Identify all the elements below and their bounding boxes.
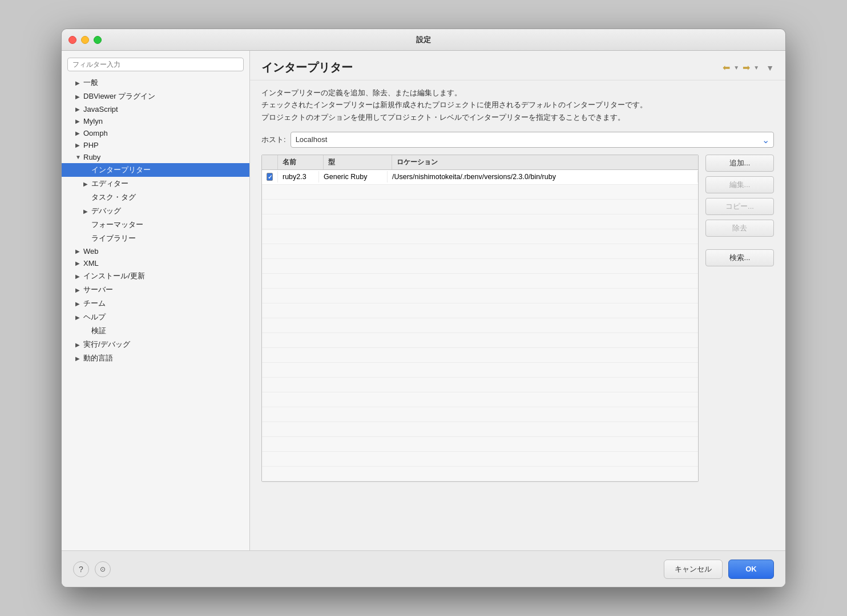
sidebar-item-team[interactable]: チーム xyxy=(62,297,249,310)
sidebar-item-general[interactable]: 一般 xyxy=(62,76,249,90)
host-select-wrapper: Localhost xyxy=(291,132,774,148)
sidebar-item-oomph[interactable]: Oomph xyxy=(62,127,249,139)
sidebar-item-library[interactable]: ライブラリー xyxy=(62,232,249,245)
arrow-icon xyxy=(75,287,83,293)
table-row-empty xyxy=(262,185,698,200)
arrow-icon xyxy=(75,154,83,160)
action-buttons: 追加... 編集... コピー... 除去 検索... xyxy=(705,155,774,482)
interpreter-table: 名前 型 ロケーション ruby2.3 Generic Ruby xyxy=(261,155,699,482)
sidebar-item-label: 一般 xyxy=(83,78,98,88)
table-row-empty xyxy=(262,452,698,467)
filter-wrapper xyxy=(62,53,249,76)
arrow-icon xyxy=(75,355,83,362)
back-dropdown-arrow[interactable]: ▼ xyxy=(733,64,739,71)
description-text: インタープリターの定義を追加、除去、または編集します。 チェックされたインタープ… xyxy=(261,87,774,124)
checked-checkbox[interactable] xyxy=(267,173,273,181)
table-row-empty xyxy=(262,348,698,363)
sidebar-item-label: タスク・タグ xyxy=(91,192,136,202)
arrow-icon xyxy=(83,194,91,201)
cancel-button[interactable]: キャンセル xyxy=(664,560,723,579)
sidebar-item-formatter[interactable]: フォーマッター xyxy=(62,218,249,232)
title-bar: 設定 xyxy=(62,29,785,51)
maximize-button[interactable] xyxy=(94,36,102,44)
search-button[interactable]: 検索... xyxy=(705,249,774,266)
host-select[interactable]: Localhost xyxy=(291,132,774,148)
info-button[interactable]: ⊙ xyxy=(95,561,111,577)
sidebar-item-javascript[interactable]: JavaScript xyxy=(62,103,249,115)
sidebar-item-label: デバッグ xyxy=(91,206,121,216)
page-title: インタープリター xyxy=(261,60,353,75)
sidebar-item-verification[interactable]: 検証 xyxy=(62,324,249,338)
table-row[interactable]: ruby2.3 Generic Ruby /Users/nishimotokei… xyxy=(262,170,698,185)
sidebar-item-debug[interactable]: デバッグ xyxy=(62,204,249,218)
table-row-empty xyxy=(262,407,698,422)
back-button[interactable]: ⬅ xyxy=(720,61,732,74)
th-name: 名前 xyxy=(278,155,324,169)
sidebar-item-web[interactable]: Web xyxy=(62,245,249,257)
forward-dropdown-arrow[interactable]: ▼ xyxy=(753,64,759,71)
table-row-empty xyxy=(262,392,698,407)
td-name: ruby2.3 xyxy=(278,171,319,183)
sidebar-item-install-update[interactable]: インストール/更新 xyxy=(62,269,249,283)
table-row-empty xyxy=(262,200,698,214)
forward-button[interactable]: ➡ xyxy=(740,61,752,74)
table-row-empty xyxy=(262,363,698,378)
arrow-icon xyxy=(75,342,83,348)
arrow-icon xyxy=(75,273,83,279)
table-row-empty xyxy=(262,437,698,452)
arrow-icon xyxy=(83,208,91,214)
table-row-empty xyxy=(262,289,698,303)
window-title: 設定 xyxy=(416,35,431,45)
table-body: ruby2.3 Generic Ruby /Users/nishimotokei… xyxy=(262,170,698,481)
main-panel: インタープリター ⬅ ▼ ➡ ▼ ▼ インタープリターの定義を追加、除去、または… xyxy=(250,51,785,550)
sidebar-item-run-debug[interactable]: 実行/デバッグ xyxy=(62,338,249,351)
table-row-empty xyxy=(262,303,698,318)
ok-button[interactable]: OK xyxy=(728,560,774,579)
sidebar-item-task-tag[interactable]: タスク・タグ xyxy=(62,191,249,204)
sidebar-item-interpreter[interactable]: インタープリター xyxy=(62,163,249,177)
sidebar-item-label: エディター xyxy=(91,179,128,189)
sidebar-item-label: インタープリター xyxy=(91,165,151,175)
arrow-icon xyxy=(75,248,83,254)
arrow-icon xyxy=(83,181,91,187)
remove-button[interactable]: 除去 xyxy=(705,220,774,237)
copy-button[interactable]: コピー... xyxy=(705,198,774,215)
menu-dropdown-arrow[interactable]: ▼ xyxy=(766,63,774,72)
panel-content: インタープリターの定義を追加、除去、または編集します。 チェックされたインタープ… xyxy=(250,80,785,550)
sidebar-item-server[interactable]: サーバー xyxy=(62,283,249,297)
arrow-icon xyxy=(83,222,91,228)
close-button[interactable] xyxy=(68,36,76,44)
th-type: 型 xyxy=(324,155,392,169)
sidebar-item-label: 動的言語 xyxy=(83,353,113,363)
bottom-left-buttons: ? ⊙ xyxy=(73,561,111,577)
table-row-empty xyxy=(262,422,698,437)
edit-button[interactable]: 編集... xyxy=(705,176,774,193)
sidebar-item-help[interactable]: ヘルプ xyxy=(62,310,249,324)
arrow-icon xyxy=(83,236,91,242)
filter-input[interactable] xyxy=(67,58,244,71)
table-row-empty xyxy=(262,214,698,229)
sidebar-item-xml[interactable]: XML xyxy=(62,257,249,269)
table-row-empty xyxy=(262,378,698,392)
arrow-icon xyxy=(75,118,83,124)
sidebar-item-label: JavaScript xyxy=(83,105,118,114)
sidebar-item-label: XML xyxy=(83,259,99,268)
settings-window: 設定 一般 DBViewer プラグイン JavaScript xyxy=(61,29,786,587)
add-button[interactable]: 追加... xyxy=(705,155,774,172)
arrow-icon xyxy=(75,260,83,266)
th-location: ロケーション xyxy=(392,155,698,169)
help-button[interactable]: ? xyxy=(73,561,89,577)
sidebar-item-mylyn[interactable]: Mylyn xyxy=(62,115,249,127)
sidebar-item-label: Ruby xyxy=(83,153,100,161)
main-content-area: 一般 DBViewer プラグイン JavaScript Mylyn Oomph… xyxy=(62,51,785,550)
sidebar-item-dynamic-lang[interactable]: 動的言語 xyxy=(62,351,249,365)
sidebar-item-ruby[interactable]: Ruby xyxy=(62,151,249,163)
td-type: Generic Ruby xyxy=(319,171,388,183)
arrow-icon xyxy=(75,130,83,136)
sidebar-item-label: インストール/更新 xyxy=(83,271,145,281)
sidebar-item-php[interactable]: PHP xyxy=(62,139,249,151)
sidebar-item-dbviewer[interactable]: DBViewer プラグイン xyxy=(62,90,249,103)
minimize-button[interactable] xyxy=(81,36,89,44)
arrow-icon xyxy=(75,142,83,148)
sidebar-item-editor[interactable]: エディター xyxy=(62,177,249,191)
